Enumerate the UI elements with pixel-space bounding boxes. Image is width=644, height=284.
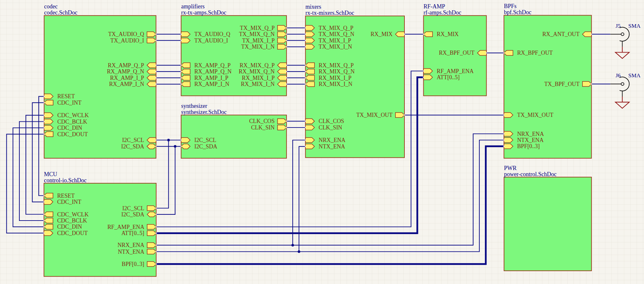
svg-text:RX_AMP_I_P: RX_AMP_I_P (110, 75, 144, 81)
svg-text:RX_AMP_Q_N: RX_AMP_Q_N (194, 68, 232, 75)
svg-text:BPF[0..3]: BPF[0..3] (122, 261, 144, 267)
svg-text:TX_MIX_I_P: TX_MIX_I_P (242, 37, 275, 44)
svg-text:PWR: PWR (504, 165, 516, 171)
svg-text:CLK_COS: CLK_COS (249, 118, 275, 124)
svg-text:I2C_SDA: I2C_SDA (121, 143, 144, 150)
svg-text:TX_MIX_I_P: TX_MIX_I_P (319, 37, 351, 44)
svg-text:RESET: RESET (57, 193, 75, 199)
svg-text:mixers: mixers (306, 4, 321, 10)
svg-text:power-control.SchDoc: power-control.SchDoc (504, 171, 556, 177)
svg-text:CDC_DIN: CDC_DIN (57, 125, 82, 131)
svg-text:RX_MIX_Q_P: RX_MIX_Q_P (319, 62, 354, 69)
svg-text:CDC_WCLK: CDC_WCLK (57, 211, 89, 218)
svg-text:codec.SchDoc: codec.SchDoc (44, 9, 77, 16)
svg-text:RF_AMP_ENA: RF_AMP_ENA (107, 224, 144, 230)
svg-text:TX_AUDIO_I: TX_AUDIO_I (110, 37, 144, 44)
svg-text:CLK_SIN: CLK_SIN (319, 124, 342, 131)
svg-text:CDC_DIN: CDC_DIN (57, 223, 82, 230)
svg-text:TX_AUDIO_Q: TX_AUDIO_Q (194, 31, 231, 37)
svg-text:MCU: MCU (44, 171, 57, 177)
svg-text:TX_MIX_I_N: TX_MIX_I_N (241, 43, 275, 50)
svg-text:RESET: RESET (57, 93, 75, 99)
svg-text:TX_MIX_OUT: TX_MIX_OUT (517, 112, 554, 118)
svg-text:RX_MIX_I_N: RX_MIX_I_N (241, 81, 275, 87)
svg-text:TX_AUDIO_I: TX_AUDIO_I (194, 37, 228, 44)
svg-text:RX_MIX_I_P: RX_MIX_I_P (242, 75, 275, 81)
svg-text:I2C_SCL: I2C_SCL (194, 137, 216, 143)
svg-text:NRX_ENA: NRX_ENA (517, 131, 544, 137)
svg-text:TX_BPF_OUT: TX_BPF_OUT (544, 81, 580, 87)
svg-text:RX_AMP_I_N: RX_AMP_I_N (109, 81, 144, 87)
svg-text:RX_ANT_OUT: RX_ANT_OUT (542, 31, 580, 37)
svg-text:rx-tx-mixers.SchDoc: rx-tx-mixers.SchDoc (306, 10, 354, 16)
svg-text:RF_AMP_ENA: RF_AMP_ENA (437, 68, 474, 74)
svg-text:RF-AMP: RF-AMP (423, 3, 445, 10)
svg-text:CDC_BCLK: CDC_BCLK (57, 118, 87, 125)
svg-text:TX_MIX_I_N: TX_MIX_I_N (319, 43, 352, 50)
svg-text:I2C_SDA: I2C_SDA (194, 143, 217, 150)
svg-text:NRX_ENA: NRX_ENA (118, 242, 144, 248)
svg-text:NRX_ENA: NRX_ENA (319, 137, 346, 143)
svg-text:CDC_INT: CDC_INT (57, 99, 81, 106)
svg-text:RX_BPF_OUT: RX_BPF_OUT (439, 50, 475, 56)
svg-text:amplifiers: amplifiers (181, 3, 205, 10)
svg-text:codec: codec (44, 3, 58, 10)
svg-text:RX_MIX_Q_N: RX_MIX_Q_N (239, 68, 275, 75)
svg-text:TX_MIX_Q_P: TX_MIX_Q_P (240, 25, 275, 31)
svg-text:CDC_DOUT: CDC_DOUT (57, 131, 88, 137)
svg-text:CDC_INT: CDC_INT (57, 199, 81, 205)
svg-text:BPF[0..3]: BPF[0..3] (517, 143, 540, 149)
svg-text:RX_MIX: RX_MIX (437, 31, 459, 37)
svg-text:SMA: SMA (628, 23, 640, 29)
svg-text:CDC_WCLK: CDC_WCLK (57, 112, 89, 118)
svg-text:ATT[0..5]: ATT[0..5] (121, 230, 144, 236)
svg-text:I2C_SCL: I2C_SCL (122, 205, 144, 212)
svg-text:RX_MIX_I_P: RX_MIX_I_P (319, 75, 352, 81)
svg-text:CDC_BCLK: CDC_BCLK (57, 217, 87, 224)
svg-text:control-io.SchDoc: control-io.SchDoc (44, 177, 87, 184)
svg-text:TX_MIX_OUT: TX_MIX_OUT (356, 112, 393, 118)
svg-text:RX_AMP_Q_N: RX_AMP_Q_N (107, 68, 144, 75)
svg-text:RX_MIX_Q_N: RX_MIX_Q_N (319, 68, 355, 75)
svg-text:synthesizer: synthesizer (181, 103, 207, 109)
svg-text:RX_MIX_Q_P: RX_MIX_Q_P (240, 62, 275, 69)
svg-text:NTX_ENA: NTX_ENA (319, 143, 345, 150)
svg-text:TX_AUDIO_Q: TX_AUDIO_Q (108, 31, 144, 37)
svg-text:RX_AMP_Q_P: RX_AMP_Q_P (194, 62, 231, 69)
svg-text:RX_AMP_Q_P: RX_AMP_Q_P (108, 62, 144, 69)
svg-text:J5: J5 (616, 23, 621, 29)
svg-text:RX_MIX: RX_MIX (371, 31, 393, 37)
svg-text:CLK_COS: CLK_COS (319, 118, 344, 124)
svg-text:TX_MIX_Q_P: TX_MIX_Q_P (319, 25, 354, 31)
svg-text:I2C_SCL: I2C_SCL (122, 137, 144, 143)
svg-text:RX_AMP_I_P: RX_AMP_I_P (194, 75, 229, 81)
svg-text:NTX_ENA: NTX_ENA (517, 137, 544, 143)
svg-text:ATT[0..5]: ATT[0..5] (437, 74, 459, 80)
svg-text:synthesizer.SchDoc: synthesizer.SchDoc (181, 109, 227, 115)
svg-text:rx-tx-amps.SchDoc: rx-tx-amps.SchDoc (181, 9, 226, 16)
svg-text:TX_MIX_Q_N: TX_MIX_Q_N (319, 31, 355, 37)
svg-text:NTX_ENA: NTX_ENA (118, 249, 144, 255)
svg-text:CLK_SIN: CLK_SIN (251, 124, 275, 131)
svg-text:SMA: SMA (628, 72, 640, 79)
svg-text:rf-amps.SchDoc: rf-amps.SchDoc (423, 9, 461, 16)
svg-text:I2C_SDA: I2C_SDA (121, 211, 144, 218)
svg-text:BPFs: BPFs (504, 3, 516, 9)
svg-text:TX_MIX_Q_N: TX_MIX_Q_N (239, 31, 275, 37)
svg-text:RX_BPF_OUT: RX_BPF_OUT (517, 50, 553, 56)
svg-text:RX_AMP_I_N: RX_AMP_I_N (194, 81, 230, 87)
svg-text:bpf.SchDoc: bpf.SchDoc (504, 9, 531, 15)
svg-text:CDC_DOUT: CDC_DOUT (57, 230, 88, 236)
svg-text:RX_MIX_I_N: RX_MIX_I_N (319, 81, 353, 87)
svg-text:J6: J6 (616, 72, 621, 79)
